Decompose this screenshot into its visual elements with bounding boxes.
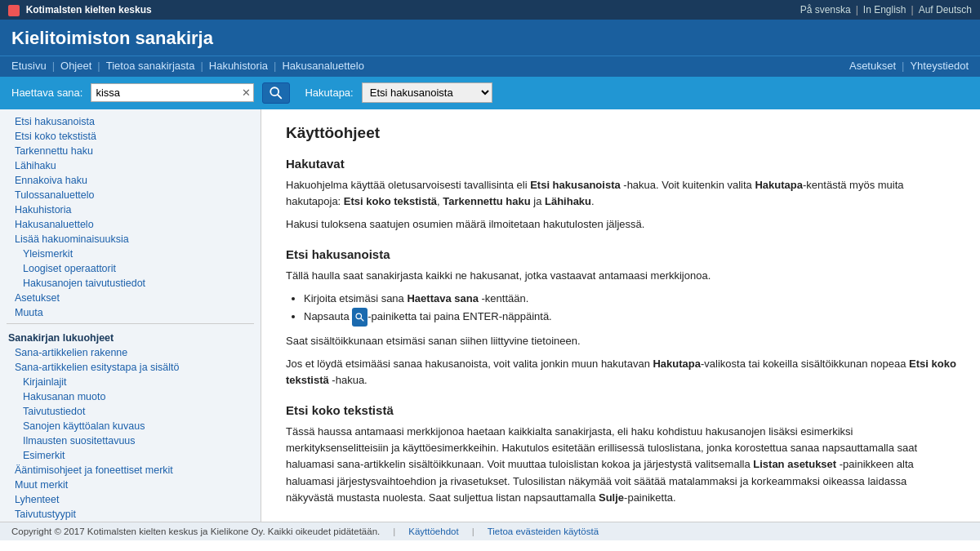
nav-etusivu[interactable]: Etusivu	[11, 60, 47, 72]
title-bar: Kielitoimiston sanakirja	[0, 20, 980, 56]
footer-evasteet[interactable]: Tietoa evästeiden käytöstä	[488, 527, 599, 536]
section-etsi-koko-tekstista-heading: Etsi koko tekstistä	[286, 403, 957, 417]
sidebar-item-muut-merkit[interactable]: Muut merkit	[0, 478, 261, 492]
search-icon	[269, 86, 283, 100]
sidebar-item-taivutustyypit[interactable]: Taivutustyypit	[0, 507, 261, 522]
sidebar-item-lahihaku[interactable]: Lähihaku	[0, 158, 261, 173]
sidebar-item-asetukset[interactable]: Asetukset	[0, 291, 261, 305]
lang-svenska[interactable]: På svenska	[800, 4, 851, 16]
lang-deutsch[interactable]: Auf Deutsch	[919, 4, 972, 16]
svg-line-1	[278, 95, 282, 98]
etsi-hakusanoista-p1: Tällä haulla saat sanakirjasta kaikki ne…	[286, 268, 957, 284]
footer: Copyright © 2017 Kotimalsten kielten kes…	[0, 522, 980, 540]
sidebar-item-etsi-koko-tekstista[interactable]: Etsi koko tekstistä	[0, 129, 261, 144]
hakutavat-p1: Hakuohjelma käyttää oletusarvoisesti tav…	[286, 177, 957, 210]
sidebar-item-yleismerkit[interactable]: Yleismerkit	[0, 247, 261, 261]
sidebar: Etsi hakusanoista Etsi koko tekstistä Ta…	[0, 109, 261, 522]
sidebar-item-esimerkit[interactable]: Esimerkit	[0, 448, 261, 463]
footer-kayttoehdot[interactable]: Käyttöehdot	[408, 527, 458, 536]
sidebar-item-lisaa-hakuominaisuuksia[interactable]: Lisää hakuominaisuuksia	[0, 232, 261, 247]
nav-tietoa[interactable]: Tietoa sanakirjasta	[106, 60, 195, 72]
nav-left: Etusivu | Ohjeet | Tietoa sanakirjasta |…	[11, 60, 364, 72]
sidebar-item-aantimisohjeet[interactable]: Ääntimisohjeet ja foneettiset merkit	[0, 463, 261, 478]
sidebar-item-sanojen-kayttöalan-kuvaus[interactable]: Sanojen käyttöalan kuvaus	[0, 419, 261, 433]
section-tarkennettu-haku-heading: Tarkennettu haku	[286, 521, 957, 522]
page-title: Kielitoimiston sanakirja	[11, 28, 969, 49]
copyright-text: Copyright © 2017 Kotimalsten kielten kes…	[11, 527, 380, 536]
sidebar-item-tulossanaluettelo[interactable]: Tulossanaluettelo	[0, 188, 261, 202]
nav-bar: Etusivu | Ohjeet | Tietoa sanakirjasta |…	[0, 56, 980, 77]
logo-text: Kotimalsten kielten keskus	[26, 4, 152, 16]
nav-yhteystiedot[interactable]: Yhteystiedot	[910, 60, 969, 72]
sidebar-section-lukuohjeet: Sanakirjan lukuohjeet	[0, 327, 261, 345]
sidebar-item-sana-artikkelien-rakenne[interactable]: Sana-artikkelien rakenne	[0, 345, 261, 360]
svg-line-3	[361, 318, 363, 321]
sidebar-item-muuta[interactable]: Muuta	[0, 305, 261, 320]
sidebar-divider-1	[7, 323, 254, 324]
hakutapa-select[interactable]: Etsi hakusanoista Etsi koko tekstistä Ta…	[362, 82, 492, 103]
sidebar-item-etsi-hakusanoista[interactable]: Etsi hakusanoista	[0, 114, 261, 129]
sidebar-item-ilmausten-suositettavuus[interactable]: Ilmausten suositettavuus	[0, 433, 261, 448]
nav-hakusanaluettelo[interactable]: Hakusanaluettelo	[282, 60, 363, 72]
sidebar-item-hakuhistoria[interactable]: Hakuhistoria	[0, 202, 261, 217]
nav-asetukset[interactable]: Asetukset	[849, 60, 896, 72]
clear-button[interactable]: ✕	[242, 87, 251, 98]
hakutapa-label: Hakutapa:	[305, 87, 353, 99]
main-area: Etsi hakusanoista Etsi koko tekstistä Ta…	[0, 109, 980, 522]
sidebar-item-tarkennettu-haku[interactable]: Tarkennettu haku	[0, 144, 261, 158]
search-input[interactable]	[91, 83, 254, 102]
sidebar-item-hakusanan-muoto[interactable]: Hakusanan muoto	[0, 389, 261, 404]
sidebar-item-sana-artikkelien-esitystapa[interactable]: Sana-artikkelien esitystapa ja sisältö	[0, 360, 261, 375]
search-label: Haettava sana:	[11, 87, 82, 99]
search-icon-inline	[352, 308, 368, 327]
section-hakutavat-heading: Hakutavat	[286, 157, 957, 171]
sidebar-item-kirjainlajit[interactable]: Kirjainlajit	[0, 375, 261, 389]
section-etsi-hakusanoista-heading: Etsi hakusanoista	[286, 247, 957, 261]
top-bar: Kotimalsten kielten keskus På svenska | …	[0, 0, 980, 20]
content-area: Käyttöohjeet Hakutavat Hakuohjelma käytt…	[261, 109, 980, 522]
nav-hakuhistoria[interactable]: Hakuhistoria	[209, 60, 268, 72]
lang-english[interactable]: In English	[863, 4, 906, 16]
nav-ohjeet[interactable]: Ohjeet	[60, 60, 91, 72]
logo: Kotimalsten kielten keskus	[8, 3, 152, 16]
sidebar-item-ennakoiva-haku[interactable]: Ennakoiva haku	[0, 173, 261, 188]
content-title: Käyttöohjeet	[286, 124, 957, 142]
sidebar-item-loogiset-operaattorit[interactable]: Loogiset operaattorit	[0, 261, 261, 276]
etsi-hakusanoista-list: Kirjoita etsimäsi sana Haettava sana -ke…	[304, 291, 957, 327]
language-links: På svenska | In English | Auf Deutsch	[800, 4, 972, 16]
search-bar: Haettava sana: ✕ Hakutapa: Etsi hakusano…	[0, 77, 980, 109]
etsi-hakusanoista-p2: Saat sisältöikkunaan etsimäsi sanan siih…	[286, 333, 957, 349]
sidebar-item-hakusanaluettelo[interactable]: Hakusanaluettelo	[0, 217, 261, 232]
sidebar-item-taivutustiedot[interactable]: Taivutustiedot	[0, 404, 261, 419]
search-input-wrapper: ✕	[91, 83, 254, 102]
list-item-1: Kirjoita etsimäsi sana Haettava sana -ke…	[304, 291, 957, 308]
hakutavat-p2: Hakusi tuloksena saatujen osumien määrä …	[286, 216, 957, 233]
etsi-hakusanoista-p3: Jos et löydä etsimääsi sanaa hakusanoist…	[286, 356, 957, 389]
sidebar-item-lyhenteet[interactable]: Lyhenteet	[0, 492, 261, 507]
nav-right: Asetukset | Yhteystiedot	[849, 60, 969, 72]
svg-point-2	[356, 313, 362, 319]
list-item-2: Napsauta -painiketta tai paina ENTER-näp…	[304, 308, 957, 327]
sidebar-item-hakusanojen-taivutustiedot[interactable]: Hakusanojen taivutustiedot	[0, 276, 261, 291]
etsi-koko-tekstista-p1: Tässä haussa antamaasi merkkijonoa haeta…	[286, 424, 957, 506]
search-button[interactable]	[262, 82, 290, 104]
